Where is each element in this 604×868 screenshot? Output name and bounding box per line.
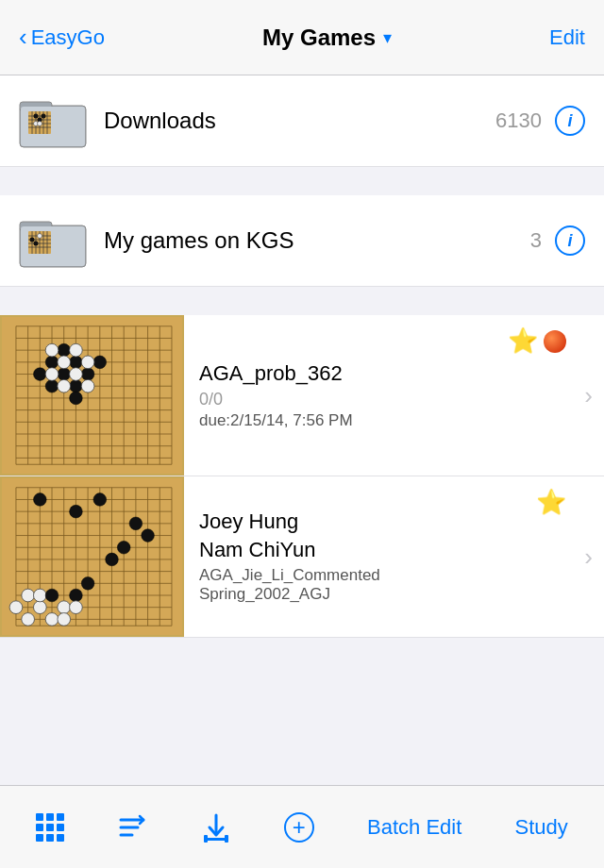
svg-point-109 (70, 505, 83, 518)
game-badges-1: ⭐ (536, 488, 566, 517)
game-title-0: AGA_prob_362 (199, 361, 589, 386)
grid-dot (36, 834, 43, 842)
header-title-area: My Games ▾ (262, 25, 392, 51)
kgs-folder-name: My games on KGS (104, 227, 530, 254)
game-info-1: ⭐ Joey Hung Nam ChiYun AGA_Jie_Li_Commen… (184, 476, 604, 637)
game-due-0: due:2/15/14, 7:56 PM (199, 411, 589, 430)
svg-point-121 (9, 601, 23, 614)
svg-point-116 (22, 589, 35, 602)
red-dot-icon-0 (544, 330, 566, 353)
game-chevron-icon-1: › (584, 542, 593, 572)
star-icon-0: ⭐ (508, 326, 538, 356)
kgs-folder-count: 3 (530, 228, 542, 253)
svg-point-31 (30, 238, 35, 242)
dropdown-arrow-icon[interactable]: ▾ (383, 27, 392, 48)
add-button[interactable]: + (284, 812, 314, 843)
svg-point-108 (33, 493, 46, 507)
svg-rect-34 (2, 317, 181, 474)
game-player1-1: Joey Hung (199, 509, 589, 534)
game-player2-1: Nam ChiYun (199, 538, 589, 562)
svg-point-67 (70, 379, 83, 392)
download-button[interactable] (201, 811, 231, 843)
svg-point-32 (34, 242, 39, 246)
sort-icon (117, 812, 147, 843)
svg-point-65 (58, 343, 71, 357)
game-row-1[interactable]: ⭐ Joey Hung Nam ChiYun AGA_Jie_Li_Commen… (0, 476, 604, 638)
svg-point-79 (81, 379, 94, 392)
svg-point-119 (22, 613, 35, 626)
batch-edit-button[interactable]: Batch Edit (367, 815, 461, 840)
game-row-0[interactable]: ⭐ AGA_prob_362 0/0 due:2/15/14, 7:56 PM … (0, 315, 604, 476)
main-content: Downloads 6130 i My games on KGS 3 i (0, 75, 604, 860)
back-label: EasyGo (31, 25, 105, 50)
game-chevron-icon-0: › (584, 381, 593, 410)
game-board-1 (0, 476, 184, 637)
grid-dot (57, 813, 64, 821)
folder-icon-kgs (19, 212, 87, 269)
back-button[interactable]: ‹ EasyGo (19, 23, 105, 52)
star-icon-1: ⭐ (536, 488, 566, 517)
download-icon (201, 811, 231, 843)
downloads-info-button[interactable]: i (555, 106, 585, 136)
svg-point-66 (45, 379, 59, 392)
grid-dot (57, 824, 64, 831)
svg-point-62 (45, 356, 59, 369)
svg-point-71 (33, 368, 46, 381)
svg-point-111 (129, 517, 143, 530)
svg-point-75 (58, 356, 71, 369)
svg-point-117 (33, 601, 46, 614)
study-button[interactable]: Study (515, 815, 568, 840)
svg-point-126 (70, 601, 83, 614)
game-score-0: 0/0 (199, 390, 589, 409)
svg-point-124 (58, 613, 71, 626)
svg-point-122 (58, 601, 71, 614)
edit-button[interactable]: Edit (549, 25, 585, 50)
svg-point-110 (93, 493, 107, 507)
svg-point-15 (42, 114, 46, 119)
svg-point-77 (45, 343, 59, 357)
svg-point-120 (33, 589, 46, 602)
grid-dot (36, 824, 43, 831)
grid-dot (46, 824, 54, 831)
svg-point-114 (106, 553, 119, 566)
svg-point-64 (70, 356, 83, 369)
svg-point-123 (45, 589, 59, 602)
svg-rect-132 (225, 835, 228, 843)
sort-button[interactable] (117, 812, 147, 843)
svg-point-69 (93, 356, 107, 369)
downloads-folder-name: Downloads (104, 108, 495, 134)
svg-point-76 (81, 356, 94, 369)
header: ‹ EasyGo My Games ▾ Edit (0, 0, 604, 75)
svg-rect-80 (2, 478, 181, 635)
svg-point-13 (34, 114, 39, 119)
folder-row-downloads[interactable]: Downloads 6130 i (0, 75, 604, 167)
back-chevron-icon: ‹ (19, 23, 27, 52)
svg-point-17 (38, 122, 42, 126)
svg-point-78 (70, 343, 83, 357)
svg-point-63 (58, 368, 71, 381)
gap-2 (0, 287, 604, 315)
svg-point-115 (81, 576, 94, 590)
svg-rect-131 (204, 835, 208, 843)
game-filename2-1: Spring_2002_AGJ (199, 585, 589, 604)
folder-row-kgs[interactable]: My games on KGS 3 i (0, 195, 604, 287)
grid-dot (46, 834, 54, 842)
svg-point-73 (70, 368, 83, 381)
page-title: My Games (262, 25, 376, 51)
svg-point-118 (45, 613, 59, 626)
folder-icon-downloads (19, 92, 87, 149)
game-info-0: ⭐ AGA_prob_362 0/0 due:2/15/14, 7:56 PM … (184, 315, 604, 476)
kgs-info-button[interactable]: i (555, 225, 585, 256)
toolbar: + Batch Edit Study (0, 785, 604, 868)
game-filename1-1: AGA_Jie_Li_Commented (199, 566, 589, 585)
grid-icon (36, 813, 64, 842)
svg-point-113 (117, 541, 130, 554)
svg-point-125 (70, 589, 83, 602)
grid-dot (46, 813, 54, 821)
svg-point-74 (58, 379, 71, 392)
grid-dot (36, 813, 43, 821)
gap-1 (0, 167, 604, 195)
svg-point-33 (38, 234, 42, 239)
grid-view-button[interactable] (36, 813, 64, 842)
svg-point-72 (45, 368, 59, 381)
